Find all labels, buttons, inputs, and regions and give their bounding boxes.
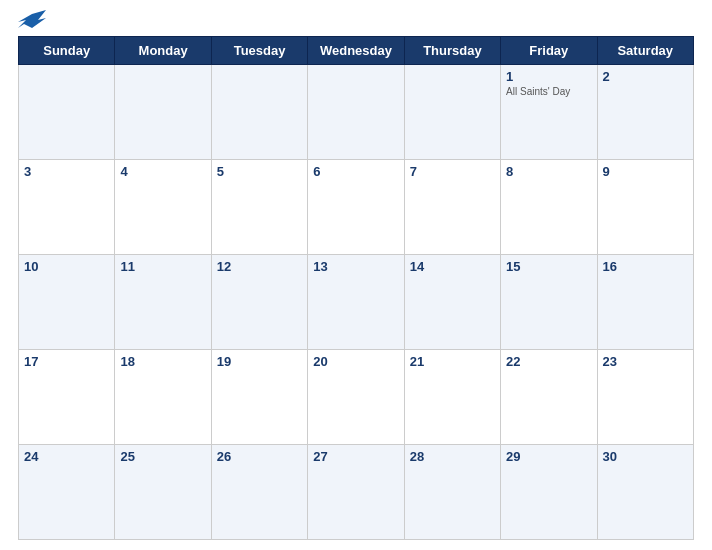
- day-number: 19: [217, 354, 302, 369]
- calendar-cell: 17: [19, 350, 115, 445]
- day-number: 26: [217, 449, 302, 464]
- day-number: 2: [603, 69, 688, 84]
- calendar-cell: [308, 65, 404, 160]
- calendar-cell: 29: [501, 445, 597, 540]
- calendar-cell: 16: [597, 255, 693, 350]
- calendar-cell: 15: [501, 255, 597, 350]
- calendar-week-row: 24252627282930: [19, 445, 694, 540]
- day-number: 27: [313, 449, 398, 464]
- day-number: 5: [217, 164, 302, 179]
- calendar-cell: 2: [597, 65, 693, 160]
- weekday-header-friday: Friday: [501, 37, 597, 65]
- day-number: 15: [506, 259, 591, 274]
- day-number: 20: [313, 354, 398, 369]
- weekday-header-wednesday: Wednesday: [308, 37, 404, 65]
- day-number: 23: [603, 354, 688, 369]
- day-number: 10: [24, 259, 109, 274]
- calendar-week-row: 1All Saints' Day2: [19, 65, 694, 160]
- calendar-cell: 10: [19, 255, 115, 350]
- calendar-cell: 12: [211, 255, 307, 350]
- calendar-cell: 1All Saints' Day: [501, 65, 597, 160]
- weekday-header-sunday: Sunday: [19, 37, 115, 65]
- weekday-header-monday: Monday: [115, 37, 211, 65]
- weekday-header-thursday: Thursday: [404, 37, 500, 65]
- holiday-label: All Saints' Day: [506, 86, 591, 97]
- svg-marker-0: [18, 10, 46, 28]
- calendar-cell: 20: [308, 350, 404, 445]
- calendar-cell: 28: [404, 445, 500, 540]
- calendar-cell: [404, 65, 500, 160]
- calendar-cell: 6: [308, 160, 404, 255]
- calendar-cell: 4: [115, 160, 211, 255]
- day-number: 22: [506, 354, 591, 369]
- calendar-cell: 23: [597, 350, 693, 445]
- day-number: 14: [410, 259, 495, 274]
- logo: [18, 10, 51, 32]
- calendar-cell: 24: [19, 445, 115, 540]
- day-number: 12: [217, 259, 302, 274]
- calendar-cell: 22: [501, 350, 597, 445]
- weekday-header-saturday: Saturday: [597, 37, 693, 65]
- day-number: 24: [24, 449, 109, 464]
- calendar-cell: 11: [115, 255, 211, 350]
- calendar-week-row: 10111213141516: [19, 255, 694, 350]
- day-number: 11: [120, 259, 205, 274]
- day-number: 6: [313, 164, 398, 179]
- day-number: 9: [603, 164, 688, 179]
- weekday-header-row: SundayMondayTuesdayWednesdayThursdayFrid…: [19, 37, 694, 65]
- calendar-cell: [19, 65, 115, 160]
- calendar-cell: 26: [211, 445, 307, 540]
- day-number: 28: [410, 449, 495, 464]
- day-number: 18: [120, 354, 205, 369]
- day-number: 30: [603, 449, 688, 464]
- weekday-header-tuesday: Tuesday: [211, 37, 307, 65]
- calendar-cell: 19: [211, 350, 307, 445]
- calendar-cell: 13: [308, 255, 404, 350]
- calendar-cell: [115, 65, 211, 160]
- day-number: 4: [120, 164, 205, 179]
- calendar-week-row: 17181920212223: [19, 350, 694, 445]
- day-number: 3: [24, 164, 109, 179]
- calendar-cell: 8: [501, 160, 597, 255]
- day-number: 13: [313, 259, 398, 274]
- calendar-cell: 18: [115, 350, 211, 445]
- calendar-cell: 27: [308, 445, 404, 540]
- day-number: 29: [506, 449, 591, 464]
- day-number: 1: [506, 69, 591, 84]
- day-number: 21: [410, 354, 495, 369]
- calendar-cell: 14: [404, 255, 500, 350]
- calendar-week-row: 3456789: [19, 160, 694, 255]
- calendar-table: SundayMondayTuesdayWednesdayThursdayFrid…: [18, 36, 694, 540]
- calendar-cell: 9: [597, 160, 693, 255]
- logo-bird-icon: [18, 10, 46, 32]
- day-number: 7: [410, 164, 495, 179]
- calendar-cell: 7: [404, 160, 500, 255]
- calendar-cell: 25: [115, 445, 211, 540]
- calendar-cell: [211, 65, 307, 160]
- day-number: 16: [603, 259, 688, 274]
- day-number: 8: [506, 164, 591, 179]
- calendar-cell: 30: [597, 445, 693, 540]
- day-number: 25: [120, 449, 205, 464]
- calendar-cell: 21: [404, 350, 500, 445]
- day-number: 17: [24, 354, 109, 369]
- calendar-cell: 5: [211, 160, 307, 255]
- calendar-cell: 3: [19, 160, 115, 255]
- calendar-header: [18, 10, 694, 32]
